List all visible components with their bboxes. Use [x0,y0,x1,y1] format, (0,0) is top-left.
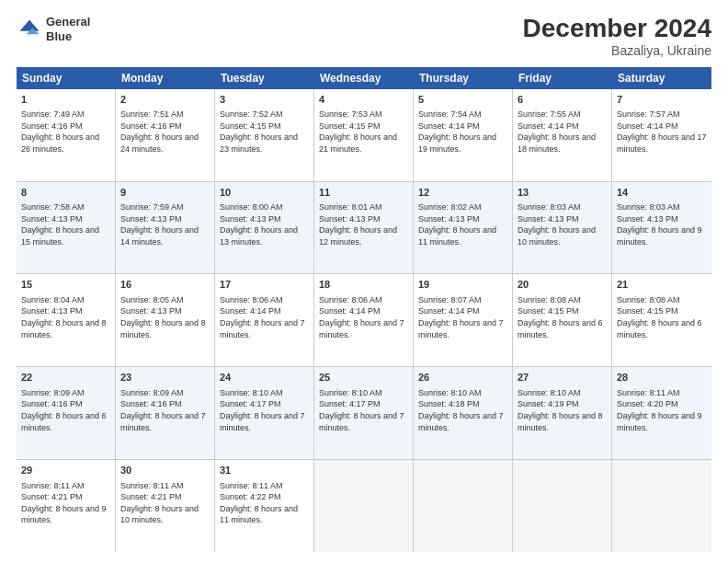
subtitle: Bazaliya, Ukraine [523,43,711,58]
daylight: Daylight: 8 hours and 7 minutes. [220,411,305,432]
sunrise: Sunrise: 7:49 AM [21,109,85,119]
sunrise: Sunrise: 8:10 AM [319,388,382,397]
daylight: Daylight: 8 hours and 10 minutes. [120,504,199,525]
sunset: Sunset: 4:14 PM [220,306,281,316]
daylight: Daylight: 8 hours and 9 minutes. [21,504,107,525]
daylight: Daylight: 8 hours and 11 minutes. [220,504,298,525]
day-number: 28 [617,371,707,385]
day-number: 11 [319,186,408,200]
day-number: 12 [418,186,507,200]
daylight: Daylight: 8 hours and 7 minutes. [319,411,404,432]
day-cell-16: 16Sunrise: 8:05 AMSunset: 4:13 PMDayligh… [116,274,215,366]
sunset: Sunset: 4:15 PM [617,306,678,316]
day-number: 6 [518,93,607,107]
sunset: Sunset: 4:13 PM [120,214,182,224]
sunset: Sunset: 4:13 PM [418,214,480,224]
sunset: Sunset: 4:13 PM [220,214,281,224]
logo-icon [17,17,42,42]
calendar-body: 1Sunrise: 7:49 AMSunset: 4:16 PMDaylight… [17,89,711,552]
sunset: Sunset: 4:21 PM [21,492,83,501]
sunset: Sunset: 4:16 PM [120,121,182,131]
day-cell-22: 22Sunrise: 8:09 AMSunset: 4:16 PMDayligh… [17,367,116,459]
sunrise: Sunrise: 8:11 AM [21,481,85,490]
sunset: Sunset: 4:14 PM [319,306,381,316]
day-number: 27 [518,371,607,385]
day-number: 24 [220,371,309,385]
title-block: December 2024 Bazaliya, Ukraine [523,15,711,58]
day-header-wednesday: Wednesday [314,67,414,89]
day-cell-13: 13Sunrise: 8:03 AMSunset: 4:13 PMDayligh… [513,182,612,274]
day-number: 5 [418,93,507,107]
week-row-2: 8Sunrise: 7:58 AMSunset: 4:13 PMDaylight… [17,182,711,275]
day-header-saturday: Saturday [612,67,711,89]
day-number: 30 [120,464,210,477]
daylight: Daylight: 8 hours and 7 minutes. [319,318,404,339]
day-number: 29 [21,464,110,477]
day-number: 14 [617,186,707,200]
daylight: Daylight: 8 hours and 15 minutes. [21,225,99,247]
sunset: Sunset: 4:20 PM [617,399,678,408]
week-row-5: 29Sunrise: 8:11 AMSunset: 4:21 PMDayligh… [17,460,711,552]
sunrise: Sunrise: 8:08 AM [518,295,581,304]
day-cell-14: 14Sunrise: 8:03 AMSunset: 4:13 PMDayligh… [612,182,711,274]
sunrise: Sunrise: 8:11 AM [617,388,680,397]
day-cell-4: 4Sunrise: 7:53 AMSunset: 4:15 PMDaylight… [314,89,414,181]
daylight: Daylight: 8 hours and 19 minutes. [418,132,496,154]
daylight: Daylight: 8 hours and 24 minutes. [120,132,199,154]
day-number: 13 [518,186,607,200]
day-cell-2: 2Sunrise: 7:51 AMSunset: 4:16 PMDaylight… [116,89,215,181]
sunrise: Sunrise: 8:10 AM [220,388,283,397]
daylight: Daylight: 8 hours and 9 minutes. [617,411,702,432]
daylight: Daylight: 8 hours and 12 minutes. [319,225,397,247]
day-number: 8 [21,186,110,200]
day-cell-24: 24Sunrise: 8:10 AMSunset: 4:17 PMDayligh… [215,367,314,459]
day-cell-29: 29Sunrise: 8:11 AMSunset: 4:21 PMDayligh… [17,460,116,552]
day-cell-8: 8Sunrise: 7:58 AMSunset: 4:13 PMDaylight… [17,182,116,274]
svg-marker-0 [20,19,40,30]
sunset: Sunset: 4:21 PM [120,492,182,501]
sunrise: Sunrise: 7:58 AM [21,202,85,212]
day-number: 10 [220,186,309,200]
day-cell-20: 20Sunrise: 8:08 AMSunset: 4:15 PMDayligh… [513,274,612,366]
day-cell-15: 15Sunrise: 8:04 AMSunset: 4:13 PMDayligh… [17,274,116,366]
day-number: 20 [518,278,607,292]
daylight: Daylight: 8 hours and 7 minutes. [120,411,206,432]
sunset: Sunset: 4:17 PM [319,399,381,408]
day-cell-21: 21Sunrise: 8:08 AMSunset: 4:15 PMDayligh… [612,274,711,366]
day-cell-18: 18Sunrise: 8:06 AMSunset: 4:14 PMDayligh… [314,274,414,366]
day-cell-3: 3Sunrise: 7:52 AMSunset: 4:15 PMDaylight… [215,89,314,181]
day-number: 19 [418,278,507,292]
calendar-header: SundayMondayTuesdayWednesdayThursdayFrid… [17,67,711,89]
sunset: Sunset: 4:14 PM [518,121,579,131]
day-number: 31 [220,464,309,477]
day-cell-12: 12Sunrise: 8:02 AMSunset: 4:13 PMDayligh… [414,182,513,274]
day-header-thursday: Thursday [414,67,513,89]
sunset: Sunset: 4:14 PM [418,121,480,131]
sunset: Sunset: 4:13 PM [617,214,678,224]
sunrise: Sunrise: 8:10 AM [418,388,482,397]
day-cell-26: 26Sunrise: 8:10 AMSunset: 4:18 PMDayligh… [414,367,513,459]
sunset: Sunset: 4:16 PM [21,121,83,131]
sunset: Sunset: 4:17 PM [220,399,281,408]
day-header-sunday: Sunday [17,67,116,89]
day-cell-1: 1Sunrise: 7:49 AMSunset: 4:16 PMDaylight… [17,89,116,181]
day-number: 18 [319,278,408,292]
sunset: Sunset: 4:13 PM [518,214,579,224]
day-number: 1 [21,93,110,107]
sunset: Sunset: 4:14 PM [617,121,678,131]
header: General Blue December 2024 Bazaliya, Ukr… [17,15,711,58]
sunset: Sunset: 4:16 PM [21,399,83,408]
empty-cell [314,460,414,552]
day-number: 7 [617,93,707,107]
sunrise: Sunrise: 8:10 AM [518,388,581,397]
day-cell-27: 27Sunrise: 8:10 AMSunset: 4:19 PMDayligh… [513,367,612,459]
sunrise: Sunrise: 8:09 AM [120,388,184,397]
day-header-monday: Monday [116,67,215,89]
sunrise: Sunrise: 8:00 AM [220,202,283,212]
sunrise: Sunrise: 8:11 AM [120,481,184,490]
daylight: Daylight: 8 hours and 21 minutes. [319,132,397,154]
day-cell-19: 19Sunrise: 8:07 AMSunset: 4:14 PMDayligh… [414,274,513,366]
sunrise: Sunrise: 8:07 AM [418,295,482,304]
day-header-tuesday: Tuesday [215,67,314,89]
day-cell-31: 31Sunrise: 8:11 AMSunset: 4:22 PMDayligh… [215,460,314,552]
